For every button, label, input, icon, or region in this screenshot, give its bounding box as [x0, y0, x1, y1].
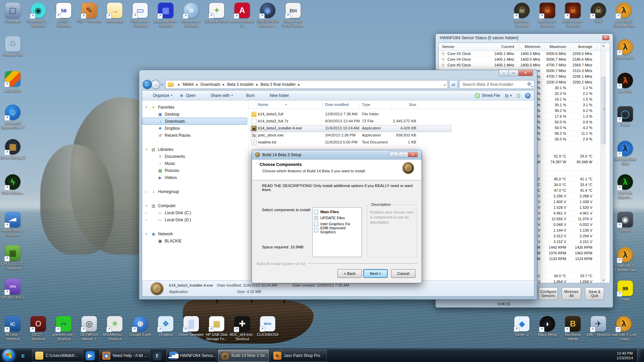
minimize-button[interactable]: – [389, 152, 399, 157]
checkbox[interactable] [314, 216, 318, 220]
tray-icon[interactable] [598, 353, 603, 359]
sidebar-item[interactable]: ▹ ▭ Local Disk (D:) [142, 216, 249, 223]
column-name[interactable]: Name [258, 103, 268, 107]
desktop-icon[interactable]: A Adobe Reader XI [229, 3, 255, 28]
desktop-icon[interactable]: ▦ Smart Defrag 3 [0, 139, 25, 160]
tray-icon[interactable] [590, 353, 595, 359]
checkbox[interactable] [314, 210, 318, 214]
desktop-icon[interactable]: 99 Fraps [612, 281, 638, 301]
sidebar-item[interactable]: ▹ ⌂ Homegroup [142, 188, 249, 195]
desktop-icon[interactable]: ▂▅▇ HWiNFO64... - Shortcut [0, 212, 25, 237]
desktop-icon[interactable]: ◎ OLYMPUS Master 2 [76, 316, 102, 341]
breadcrumb-item[interactable]: Beta 3 installer ▶ [227, 82, 261, 87]
component-option[interactable]: Main Files [314, 209, 360, 215]
desktop-icon[interactable]: IC IBT.exe - Shortcut [0, 316, 25, 341]
command-bar-item[interactable]: New folder [263, 93, 290, 98]
desktop-icon[interactable]: CPU CPUID CPU-Z [0, 279, 25, 300]
scroll-down-icon[interactable]: ▼ [601, 278, 606, 283]
save-quit-button[interactable]: Save & Quit [585, 287, 604, 300]
desktop-icon[interactable]: ◉ Steam [612, 212, 638, 233]
desktop-icon[interactable]: ✈ il2fb - Shortcut [586, 316, 611, 337]
sidebar-item[interactable]: ≡ Documents [142, 153, 249, 160]
column-current[interactable]: Current [501, 45, 514, 49]
desktop-icon[interactable]: 58 XVI32 - Shortcut [51, 3, 76, 28]
taskbar-button[interactable]: ◉ Need Help - A bit ... [99, 350, 150, 362]
expander-icon[interactable]: ▾ [146, 204, 150, 207]
expander-icon[interactable]: ▹ [146, 211, 150, 215]
sidebar-item[interactable]: ♪ Music [142, 160, 249, 167]
breadcrumb-item[interactable]: Miklkit ▶ [182, 82, 200, 87]
expander-icon[interactable]: ▹ [146, 190, 150, 193]
recent-pages-dropdown-icon[interactable]: ▾ [162, 83, 163, 86]
hwinfo-scrollbar[interactable]: ▲ ▼ [600, 43, 606, 283]
sensor-row[interactable]: ◔ Core #5 Clock 1400.1 MHz 1400.0 MHz 47… [439, 62, 610, 68]
tray-icon[interactable] [582, 353, 587, 359]
sidebar-item[interactable]: ▾ ★ Favorites [142, 104, 249, 111]
column-maximum[interactable]: Maximum [549, 45, 566, 49]
desktop-icon[interactable]: λ Half-Life 2 Episode One [611, 3, 637, 28]
desktop-icon[interactable]: ▦ GPU-Z.0.7.3... - Shortcut [0, 245, 25, 270]
desktop-icon[interactable]: ⊕ Google Earth [127, 316, 153, 337]
desktop-icon[interactable]: ▢ Computer [0, 3, 25, 23]
tray-icon[interactable] [557, 353, 563, 359]
change-view-button[interactable]: ▤ ▾ [505, 93, 512, 98]
sidebar-item[interactable]: ▾ ▤ Libraries [142, 146, 249, 153]
desktop-icon[interactable]: ▒ Driver Sweeper [178, 316, 204, 337]
search-input[interactable] [460, 80, 534, 88]
expander-icon[interactable]: ▾ [146, 232, 150, 236]
desktop-icon[interactable]: ☠ start.exe - Shortcut [509, 3, 535, 28]
file-name[interactable]: potc_stock.exe [258, 133, 284, 137]
sidebar-item[interactable]: ▾ ▥ Computer [142, 202, 249, 209]
tray-icon[interactable] [606, 353, 611, 359]
desktop-icon[interactable]: ✎ PSP - Shortcut [76, 3, 102, 23]
desktop-icon[interactable]: AVG 2014 [0, 71, 25, 93]
next-button[interactable]: Next > [363, 269, 388, 278]
tray-icon[interactable] [566, 353, 571, 359]
desktop-icon[interactable]: ✚ BDC_x64.exe - Shortcut [229, 316, 255, 341]
sidebar-item[interactable]: ▶ Videos [142, 174, 249, 181]
column-size[interactable]: Size [393, 103, 416, 107]
sidebar-item[interactable]: ▹ ▭ Local Disk (C:) [142, 209, 249, 216]
expander-icon[interactable]: ▾ [146, 148, 150, 151]
desktop-icon[interactable]: λ Half-Life Blue Shift [612, 141, 638, 166]
file-name[interactable]: readme.txt [258, 140, 276, 144]
refresh-button[interactable]: ⇄ [449, 80, 458, 89]
desktop-icon[interactable]: ≈ soffice.exe - Shortcut [178, 3, 204, 28]
close-button[interactable]: ✕ [518, 70, 533, 76]
breadcrumb-label[interactable]: Downloads [201, 82, 220, 87]
breadcrumb-label[interactable]: Beta 3 final installer [261, 82, 296, 87]
back-button[interactable]: ← [143, 80, 152, 89]
taskbar-button[interactable]: C:\Users\Miklkit\... [32, 350, 83, 362]
desktop-icon[interactable]: ◗ Black Mesa [535, 316, 560, 337]
desktop-icon[interactable]: ☠ GOF [586, 3, 611, 23]
component-option[interactable]: ENB Improved Graphics [314, 227, 360, 233]
desktop-icon[interactable]: ❖ Dropbox [153, 316, 178, 337]
desktop-icon[interactable]: ◉ CINEBENCH Windows ... [255, 3, 280, 28]
desktop-icon[interactable]: → WinMerge [102, 3, 127, 23]
desktop-icon[interactable]: λ Half-Life [612, 73, 638, 94]
breadcrumb[interactable]: ▶ Miklkit ▶ Downloads ▶ Beta 3 installer… [165, 80, 448, 89]
forward-button[interactable]: → [151, 80, 160, 89]
file-row[interactable]: 7z potc_stock.exe 3/4/2013 2:38 PM Appli… [249, 132, 534, 139]
expander-icon[interactable]: ▾ [146, 106, 150, 109]
tray-icon[interactable] [549, 353, 555, 359]
checkbox[interactable] [314, 228, 318, 232]
taskbar-button[interactable]: ▶ [85, 350, 98, 362]
back-button[interactable]: < Back [337, 269, 362, 278]
desktop-icon[interactable]: λ Half-Life 2 [612, 39, 638, 60]
sidebar-item[interactable]: ↺ Recent Places [142, 132, 249, 139]
help-button[interactable]: ? [525, 93, 531, 99]
desktop-icon[interactable]: ▭ TOOL.exe - Shortcut [127, 3, 153, 28]
hwinfo-close-button[interactable]: ✕ [602, 35, 609, 40]
checkbox[interactable] [314, 222, 318, 226]
sidebar-item[interactable]: ↓ Downloads [142, 118, 247, 125]
address-history-dropdown-icon[interactable]: ▾ [444, 83, 445, 87]
breadcrumb-item[interactable]: Beta 3 final installer ▶ [261, 82, 303, 87]
file-name[interactable]: b14_beta3_full.7z [258, 119, 288, 123]
components-listbox[interactable]: Main Files UPDATE Files Intel Graphics F… [312, 207, 362, 257]
minimize-all-button[interactable]: Minimize All [562, 287, 581, 300]
desktop-icon[interactable]: 2^p prime95.exe - Shortcut [51, 316, 76, 341]
maximize-button[interactable]: ▭ [508, 70, 519, 76]
component-option[interactable]: UPDATE Files [314, 215, 360, 221]
command-bar-item[interactable]: Burn [239, 93, 256, 98]
